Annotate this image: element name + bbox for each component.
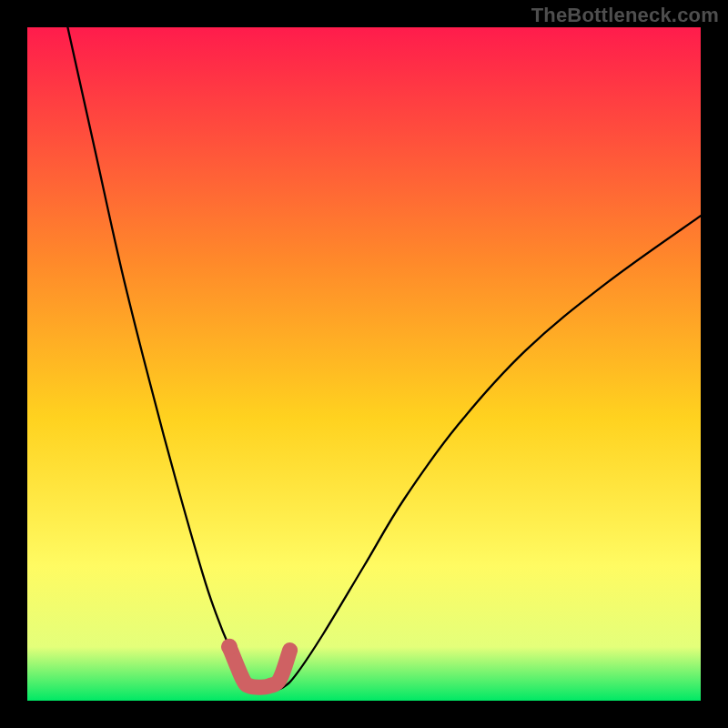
watermark-text: TheBottleneck.com [531,4,719,27]
highlight-dot [221,639,238,655]
gradient-background [27,27,701,701]
bottleneck-chart [27,27,701,701]
chart-frame: TheBottleneck.com [0,0,728,728]
